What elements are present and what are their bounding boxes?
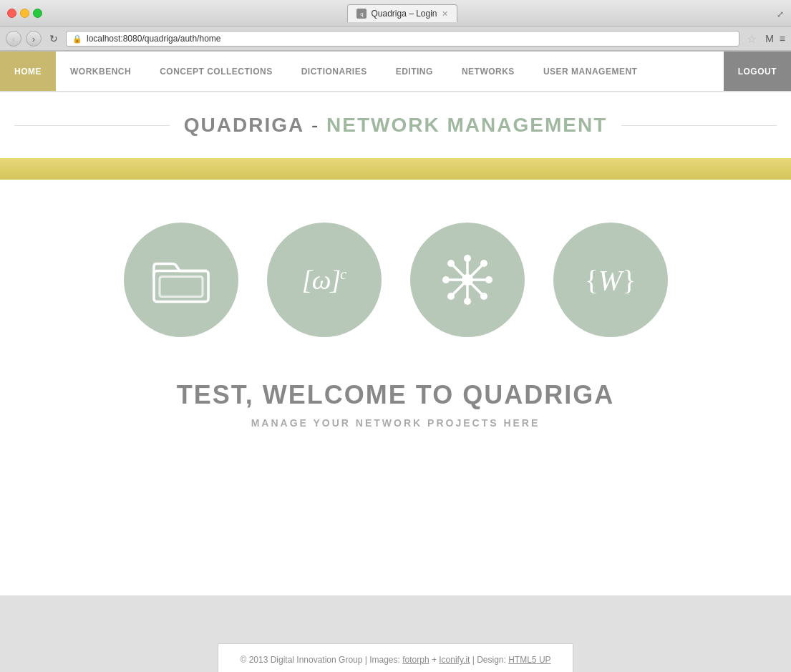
brand-name: QUADRIGA [184,114,304,136]
tab-title: Quadriga – Login [371,9,437,19]
nav-home[interactable]: HOME [0,52,56,91]
close-button[interactable] [7,9,16,18]
network-icon [439,251,496,308]
nav-editing[interactable]: EDITING [382,52,447,91]
nav-user-management[interactable]: USER MANAGEMENT [529,52,652,91]
svg-point-15 [447,260,455,267]
tab-favicon: q [356,9,367,19]
footer-plus: + [430,655,440,665]
folder-icon-circle[interactable] [124,223,238,337]
title-divider-right [621,125,777,126]
folder-icon [152,251,210,308]
lock-icon: 🔒 [72,34,82,44]
menu-icon[interactable]: ≡ [780,33,785,44]
url-text: localhost:8080/quadriga/auth/home [87,34,220,44]
svg-point-13 [442,276,450,283]
network-icon-circle[interactable] [410,223,525,337]
bookmark-star-icon[interactable]: ☆ [747,32,757,46]
nav-concept-collections[interactable]: CONCEPT COLLECTIONS [145,52,287,91]
svg-point-11 [464,255,471,262]
back-button[interactable]: ‹ [6,31,21,47]
footer-box: © 2013 Digital Innovation Group | Images… [218,643,573,672]
reload-button[interactable]: ↻ [46,31,62,47]
address-bar[interactable]: 🔒 localhost:8080/quadriga/auth/home [66,31,739,47]
browser-tab[interactable]: q Quadriga – Login ✕ [347,4,457,22]
svg-rect-1 [160,277,203,297]
workbench-icon-circle[interactable]: {W} [553,223,668,337]
svg-point-14 [485,276,492,283]
nav-dictionaries[interactable]: DICTIONARIES [287,52,382,91]
toolbar-icons: M ≡ [765,33,785,44]
title-divider-left [14,125,170,126]
concept-icon: [ω]c [302,264,346,296]
welcome-section: TEST, WELCOME TO QUADRIGA MANAGE YOUR NE… [0,366,791,472]
maximize-button[interactable] [33,9,42,18]
main-nav: HOME WORKBENCH CONCEPT COLLECTIONS DICTI… [0,52,791,92]
fullscreen-icon[interactable]: ⤢ [777,9,784,19]
gmail-icon[interactable]: M [765,33,774,44]
footer-link-fotorph[interactable]: fotorph [402,655,429,665]
footer-design-text: | Design: [470,655,508,665]
svg-point-12 [464,298,471,305]
title-separator: - [304,114,326,136]
footer-link-iconify[interactable]: Iconify.it [439,655,470,665]
address-bar-row: ‹ › ↻ 🔒 localhost:8080/quadriga/auth/hom… [0,27,791,51]
page-title: QUADRIGA - NETWORK MANAGEMENT [170,114,622,137]
footer-link-html5up[interactable]: HTML5 UP [508,655,550,665]
forward-button[interactable]: › [26,31,42,47]
tab-close-icon[interactable]: ✕ [442,9,448,19]
gold-bar [0,158,791,180]
svg-point-16 [480,293,487,300]
traffic-lights [7,9,42,18]
welcome-subtitle: MANAGE YOUR NETWORK PROJECTS HERE [14,417,777,429]
minimize-button[interactable] [20,9,29,18]
footer-text: © 2013 Digital Innovation Group | Images… [240,655,402,665]
nav-workbench[interactable]: WORKBENCH [56,52,145,91]
welcome-title: TEST, WELCOME TO QUADRIGA [14,380,777,410]
app-container: HOME WORKBENCH CONCEPT COLLECTIONS DICTI… [0,52,791,595]
page-footer: © 2013 Digital Innovation Group | Images… [0,595,791,672]
nav-logout[interactable]: LOGOUT [724,52,791,91]
hero-section: QUADRIGA - NETWORK MANAGEMENT [0,92,791,151]
page-subtitle: NETWORK MANAGEMENT [326,114,607,136]
icons-section: [ω]c [0,180,791,366]
svg-point-17 [480,260,487,267]
svg-point-18 [447,293,455,300]
workbench-icon: {W} [585,263,636,297]
concept-icon-circle[interactable]: [ω]c [267,223,382,337]
nav-networks[interactable]: NETWORKS [447,52,529,91]
